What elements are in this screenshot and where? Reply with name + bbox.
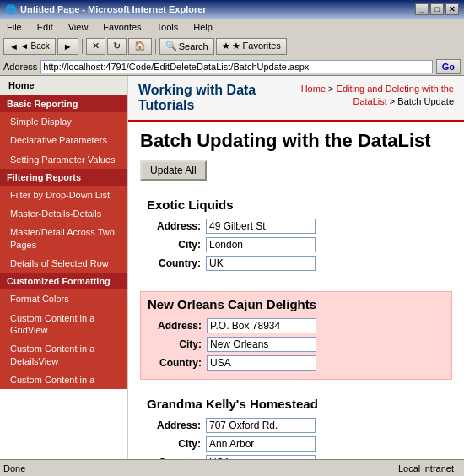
- status-bar: Done Local intranet: [0, 459, 464, 476]
- sidebar-item-filter-dropdown[interactable]: Filter by Drop-Down List: [0, 186, 127, 204]
- sidebar-item-master-detail-across[interactable]: Master/Detail Across Two Pages: [0, 223, 127, 254]
- window-controls[interactable]: _ □ ✕: [415, 3, 459, 15]
- menu-favorites[interactable]: Favorites: [100, 21, 144, 33]
- minimize-button[interactable]: _: [415, 3, 429, 15]
- sidebar-home[interactable]: Home: [0, 76, 127, 95]
- page-body: Batch Updating with the DataList Update …: [128, 122, 464, 459]
- favorites-button[interactable]: ★ ★ Favorites: [216, 38, 287, 55]
- sidebar-section-basic-reporting: Basic Reporting: [0, 95, 127, 112]
- main-content: Working with Data Tutorials Home > Editi…: [128, 76, 464, 459]
- sidebar: Home Basic Reporting Simple Display Decl…: [0, 76, 128, 459]
- favorites-icon: ★: [222, 41, 230, 51]
- sidebar-item-master-details[interactable]: Master-Details-Details: [0, 204, 127, 223]
- address-row: Address:: [148, 318, 445, 333]
- country-row: Country:: [148, 355, 445, 371]
- update-all-button[interactable]: Update All: [140, 160, 207, 181]
- page-header: Working with Data Tutorials Home > Editi…: [128, 76, 464, 122]
- sidebar-item-custom-detailsview[interactable]: Custom Content in a DetailsView: [0, 339, 127, 371]
- sidebar-item-custom-gridview[interactable]: Custom Content in a GridView: [0, 309, 127, 340]
- status-text: Done: [3, 463, 384, 473]
- site-title: Working with Data Tutorials: [138, 83, 267, 113]
- content-area: Home Basic Reporting Simple Display Decl…: [0, 76, 464, 459]
- refresh-button[interactable]: ↻: [107, 38, 127, 55]
- close-button[interactable]: ✕: [445, 3, 459, 15]
- city-input[interactable]: [207, 337, 316, 352]
- menu-edit[interactable]: Edit: [34, 21, 57, 33]
- address-input[interactable]: [206, 219, 316, 234]
- address-label: Address:: [148, 320, 207, 332]
- breadcrumb-current: Batch Update: [397, 96, 454, 106]
- sidebar-item-setting-parameter-values[interactable]: Setting Parameter Values: [0, 150, 127, 169]
- go-button[interactable]: Go: [436, 59, 461, 74]
- ie-icon: 🌐: [5, 4, 17, 15]
- page-title: Batch Updating with the DataList: [140, 130, 452, 152]
- country-row: Country:: [147, 455, 445, 459]
- address-row: Address:: [147, 219, 445, 234]
- sidebar-item-simple-display[interactable]: Simple Display: [0, 112, 127, 131]
- country-label: Country:: [147, 257, 206, 269]
- window-title: Untitled Page - Microsoft Internet Explo…: [20, 4, 207, 14]
- companies-container: Exotic Liquids Address: City: Country: N…: [140, 192, 452, 459]
- sidebar-item-declarative-parameters[interactable]: Declarative Parameters: [0, 131, 127, 149]
- company-section: Exotic Liquids Address: City: Country:: [140, 192, 452, 279]
- company-section: New Orleans Cajun Delights Address: City…: [140, 291, 452, 380]
- address-label: Address:: [147, 220, 206, 232]
- toolbar-separator-1: [82, 39, 83, 54]
- city-label: City:: [147, 438, 206, 450]
- city-row: City:: [148, 337, 445, 352]
- country-label: Country:: [147, 457, 206, 459]
- breadcrumb-separator-1: >: [328, 84, 336, 94]
- toolbar-separator-2: [155, 39, 156, 54]
- stop-button[interactable]: ✕: [86, 38, 105, 55]
- toolbar: ◄ ◄ Back ► ✕ ↻ 🏠 🔍 Search ★ ★ Favorites: [0, 35, 464, 57]
- back-button[interactable]: ◄ ◄ Back: [3, 38, 56, 55]
- breadcrumb-separator-2: >: [390, 96, 397, 106]
- menu-view[interactable]: View: [65, 21, 92, 33]
- company-name: New Orleans Cajun Delights: [148, 297, 445, 311]
- city-input[interactable]: [206, 237, 316, 252]
- address-bar: Address Go: [0, 57, 464, 76]
- city-row: City:: [147, 237, 445, 252]
- titlebar-left: 🌐 Untitled Page - Microsoft Internet Exp…: [5, 4, 207, 15]
- search-icon: 🔍: [165, 41, 177, 51]
- country-input[interactable]: [207, 355, 316, 371]
- company-name: Grandma Kelly's Homestead: [147, 397, 445, 411]
- menu-tools[interactable]: Tools: [154, 21, 182, 33]
- company-section: Grandma Kelly's Homestead Address: City:…: [140, 392, 452, 459]
- maximize-button[interactable]: □: [430, 3, 444, 15]
- address-input[interactable]: [40, 60, 432, 73]
- address-input[interactable]: [206, 418, 316, 433]
- country-row: Country:: [147, 256, 445, 271]
- menu-file[interactable]: File: [3, 21, 25, 33]
- sidebar-item-selected-row[interactable]: Details of Selected Row: [0, 254, 127, 273]
- address-label: Address:: [147, 419, 206, 431]
- search-button[interactable]: 🔍 Search: [159, 38, 214, 55]
- country-label: Country:: [148, 357, 207, 369]
- city-label: City:: [147, 239, 206, 251]
- menu-help[interactable]: Help: [190, 21, 216, 33]
- status-zone: Local intranet: [391, 463, 461, 473]
- city-row: City:: [147, 436, 445, 452]
- back-icon: ◄: [9, 41, 19, 51]
- sidebar-item-custom-content[interactable]: Custom Content in a: [0, 371, 127, 389]
- breadcrumb-home[interactable]: Home: [301, 84, 326, 94]
- breadcrumb: Home > Editing and Deleting with the Dat…: [267, 83, 454, 109]
- home-button[interactable]: 🏠: [128, 38, 152, 55]
- sidebar-section-filtering-reports: Filtering Reports: [0, 169, 127, 186]
- city-label: City:: [148, 338, 207, 350]
- country-input[interactable]: [206, 455, 316, 459]
- address-label: Address: [3, 62, 37, 72]
- company-name: Exotic Liquids: [147, 197, 445, 212]
- city-input[interactable]: [206, 436, 316, 452]
- country-input[interactable]: [206, 256, 316, 271]
- address-input[interactable]: [207, 318, 316, 333]
- sidebar-item-format-colors[interactable]: Format Colors: [0, 289, 127, 308]
- menu-bar: File Edit View Favorites Tools Help: [0, 19, 464, 35]
- address-row: Address:: [147, 418, 445, 433]
- sidebar-section-customized-formatting: Customized Formatting: [0, 273, 127, 289]
- forward-button[interactable]: ►: [57, 38, 78, 55]
- window-titlebar: 🌐 Untitled Page - Microsoft Internet Exp…: [0, 0, 464, 19]
